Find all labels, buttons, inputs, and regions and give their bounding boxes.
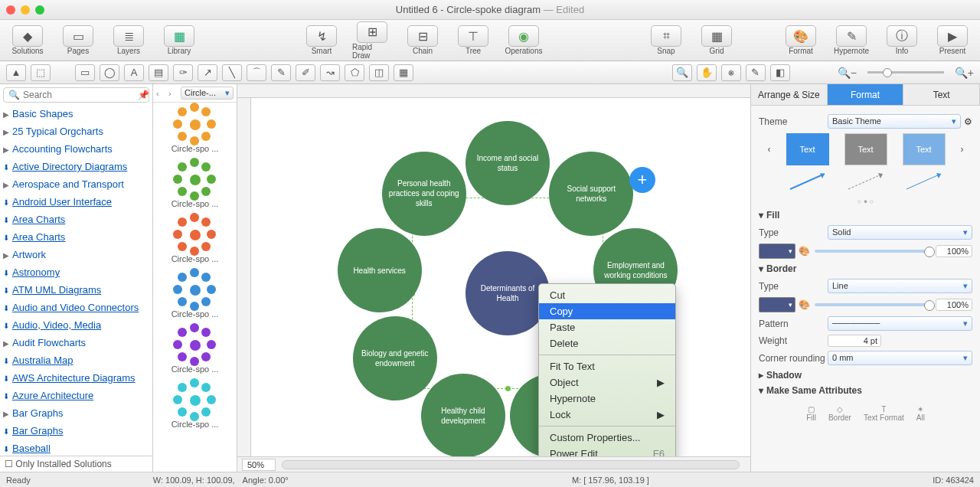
stamp-tool[interactable]: ⎈ [721,64,741,81]
pencil-tool[interactable]: ✎ [271,64,291,81]
present-button[interactable]: ▶Present [933,25,972,55]
zoom-out-icon[interactable]: 🔍− [838,67,857,79]
diagram-node[interactable]: Income and social status [466,121,550,205]
tab-format[interactable]: Format [828,84,904,105]
snap-button[interactable]: ⌗Snap [646,25,686,55]
diagram-node[interactable]: Personal health practices and coping ski… [382,152,466,236]
menu-object[interactable]: Object▶ [539,374,675,391]
ellipse-tool[interactable]: ◯ [100,64,119,81]
format-button[interactable]: 🎨Format [781,25,821,55]
library-item[interactable]: ▶Artwork [3,247,149,264]
zoom-dropdown[interactable]: 50% [242,459,276,471]
zoom-in-icon[interactable]: 🔍+ [955,67,974,79]
crop-tool[interactable]: ◫ [369,64,389,81]
zoom-tool[interactable]: 🔍 [672,64,692,81]
chain-button[interactable]: ⊟Chain [403,25,443,55]
msa-text-button[interactable]: TText Format [864,405,904,422]
library-item[interactable]: ⬇Baseball [3,440,149,456]
msa-fill-button[interactable]: ▢Fill [806,405,816,422]
text-tool[interactable]: A [124,64,144,81]
pan-tool[interactable]: ✋ [697,64,717,81]
border-color-picker-icon[interactable]: 🎨 [799,299,810,310]
shape-tool[interactable]: ⬠ [345,64,364,81]
canvas-body[interactable]: Income and social statusSocial support n… [251,98,750,456]
weight-field[interactable]: 4 pt [828,335,881,347]
library-item[interactable]: ⬇Area Charts [3,211,149,229]
library-item[interactable]: ▶25 Typical Orgcharts [3,123,149,141]
pin-icon[interactable]: 📌 [138,90,149,100]
library-item[interactable]: ⬇Android User Interface [3,194,149,211]
border-opacity-slider[interactable] [815,303,931,306]
library-item[interactable]: ▶Accounting Flowcharts [3,141,149,159]
table-tool[interactable]: ▦ [394,64,413,81]
diagram-node[interactable]: Social support networks [549,152,633,236]
h-scrollbar[interactable] [282,460,740,469]
theme-dropdown[interactable]: Basic Theme▾ [828,114,961,129]
border-color-swatch[interactable]: ▾ [759,297,795,312]
hypernote-button[interactable]: ✎Hypernote [831,25,871,55]
add-node-button[interactable]: + [629,167,655,193]
eraser-tool[interactable]: ◧ [770,64,790,81]
library-item[interactable]: ▶Bar Graphs [3,405,149,423]
make-same-section[interactable]: ▾ Make Same Attributes [759,385,972,396]
text-select-tool[interactable]: ⬚ [31,64,51,81]
color-picker-icon[interactable]: 🎨 [799,246,810,257]
border-type-dropdown[interactable]: Line▾ [828,279,972,293]
border-section[interactable]: ▾ Border [759,263,972,274]
zoom-icon[interactable] [35,5,44,15]
fill-type-dropdown[interactable]: Solid▾ [828,225,972,240]
library-item[interactable]: ⬇Area Charts [3,229,149,247]
prev-style-icon[interactable]: ‹ [768,144,771,155]
tab-arrange[interactable]: Arrange & Size [751,84,828,105]
menu-lock[interactable]: Lock▶ [539,407,675,423]
menu-copy[interactable]: Copy [539,303,675,319]
fill-color-swatch[interactable]: ▾ [759,244,795,259]
next-library-button[interactable]: › [168,89,181,98]
style-preset-3[interactable]: Text [903,133,946,165]
line-tool[interactable]: ╲ [222,64,242,81]
solutions-button[interactable]: ◆Solutions [8,25,47,55]
rapid-draw-button[interactable]: ⊞Rapid Draw [352,21,392,60]
pages-button[interactable]: ▭Pages [58,25,98,55]
arrow-tool[interactable]: ↗ [198,64,217,81]
fill-opacity-value[interactable]: 100% [936,245,972,257]
operations-button[interactable]: ◉Operations [504,25,544,55]
tree-button[interactable]: ⊤Tree [453,25,493,55]
shape-thumbnail[interactable]: Circle-spo ... [156,381,234,429]
close-icon[interactable] [6,5,15,15]
border-opacity-value[interactable]: 100% [936,299,972,311]
diagram-node[interactable]: Health services [338,228,422,312]
library-item[interactable]: ⬇Bar Graphs [3,423,149,440]
next-style-icon[interactable]: › [961,144,964,155]
callout-tool[interactable]: ✑ [173,64,193,81]
shape-thumbnail[interactable]: Circle-spo ... [156,326,234,374]
arc-tool[interactable]: ⌒ [247,64,266,81]
pattern-dropdown[interactable]: ────────▾ [828,316,972,331]
diagram-node[interactable]: Biology and genetic endowment [353,316,437,400]
library-item[interactable]: ⬇Audio, Video, Media [3,317,149,335]
shadow-section[interactable]: ▸ Shadow [759,370,972,381]
msa-border-button[interactable]: ◇Border [828,405,851,422]
library-item[interactable]: ⬇AWS Architecture Diagrams [3,370,149,387]
diagram-node[interactable]: Healthy child development [421,374,505,458]
textbox-tool[interactable]: ▤ [149,64,168,81]
arrow-style-2[interactable] [844,170,887,193]
library-item[interactable]: ⬇Audio and Video Connectors [3,299,149,317]
eyedropper-tool[interactable]: ✎ [746,64,766,81]
style-preset-2[interactable]: Text [844,133,887,165]
menu-paste[interactable]: Paste [539,319,675,335]
library-item[interactable]: ▶Aerospace and Transport [3,176,149,194]
tab-text[interactable]: Text [903,84,980,105]
diagram-center-node[interactable]: Determinants of Health [466,251,550,335]
connector-tool[interactable]: ↝ [320,64,340,81]
search-input[interactable] [23,90,138,100]
shape-thumbnail[interactable]: Circle-spo ... [156,161,234,208]
gear-icon[interactable]: ⚙ [964,116,972,127]
msa-all-button[interactable]: ✶All [916,405,925,422]
only-installed-checkbox[interactable]: ☐ Only Installed Solutions [0,456,152,472]
pointer-tool[interactable]: ▲ [6,64,26,81]
canvas[interactable]: Income and social statusSocial support n… [237,84,750,472]
library-item[interactable]: ▶Audit Flowcharts [3,335,149,352]
library-dropdown[interactable]: Circle-...▾ [181,87,234,100]
layers-button[interactable]: ≣Layers [109,25,149,55]
